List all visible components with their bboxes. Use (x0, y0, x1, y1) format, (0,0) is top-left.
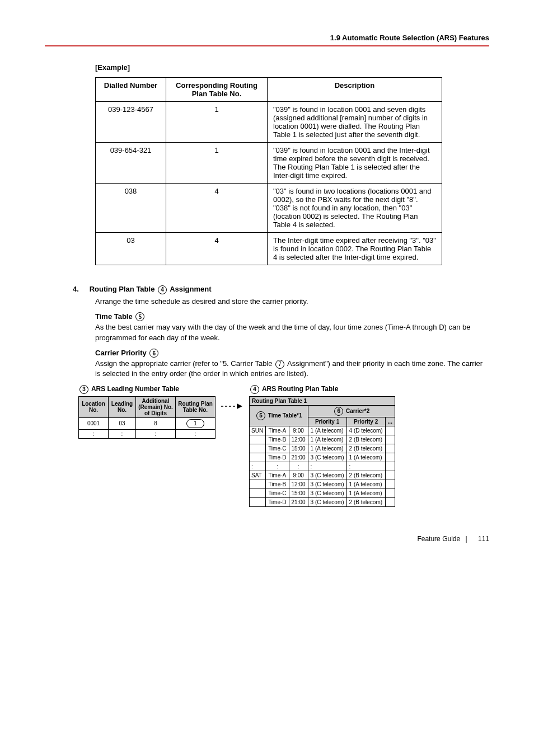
cell: 039-654-321 (96, 143, 166, 184)
cell: : (136, 429, 176, 438)
cell: 4 (166, 233, 268, 265)
cell: 2 (B telecom) (346, 471, 385, 480)
routing-plan-table: Routing Plan Table 1 5 Time Table*1 6 Ca… (249, 396, 395, 507)
example-table: Dialled Number Corresponding Routing Pla… (95, 77, 442, 265)
cell: : (289, 462, 308, 471)
table-row: SAT Time-A 9:00 3 (C telecom) 2 (B telec… (250, 471, 395, 480)
routing-plan-block: 4 ARS Routing Plan Table Routing Plan Ta… (249, 385, 395, 507)
routing-plan-title-text: ARS Routing Plan Table (262, 385, 338, 393)
cell: 15:00 (289, 489, 308, 497)
example-header-1: Dialled Number (96, 78, 166, 102)
cell: Time-D (266, 453, 289, 462)
cell (250, 497, 266, 506)
cell: 03 (96, 233, 166, 265)
leading-table-title-text: ARS Leading Number Table (91, 385, 179, 393)
table-row: Time-D 21:00 3 (C telecom) 2 (B telecom) (250, 497, 395, 506)
cell: Time-D (266, 497, 289, 506)
step-number: 4. (73, 285, 87, 293)
circled-6-icon: 6 (149, 349, 158, 358)
carrier-label: Carrier*2 (346, 407, 369, 414)
cell: 4 (166, 184, 268, 233)
example-header-2: Corresponding Routing Plan Table No. (166, 78, 268, 102)
time-table-header: 5 Time Table*1 (250, 405, 308, 426)
cell: 03 (109, 417, 136, 429)
routing-plan-title: 4 ARS Routing Plan Table (249, 385, 395, 394)
circled-4-icon: 4 (158, 285, 167, 294)
arrow-icon (221, 401, 243, 412)
cell: "039" is found in location 0001 and the … (268, 143, 442, 184)
cell: : (79, 429, 109, 438)
leading-table-block: 3 ARS Leading Number Table Location No. … (78, 385, 216, 507)
table-row: SUN Time-A 9:00 1 (A telecom) 4 (D telec… (250, 426, 395, 435)
circled-5-icon: 5 (135, 312, 144, 321)
circled-5-icon: 5 (256, 411, 265, 420)
circled-7-icon: 7 (275, 360, 284, 369)
step-title-a: Routing Plan Table (90, 285, 155, 293)
cell: Time-B (266, 435, 289, 444)
arrow-link (221, 385, 243, 507)
cell: Time-B (266, 480, 289, 489)
cell: 3 (C telecom) (308, 471, 346, 480)
cell (250, 489, 266, 497)
table-row: 039-654-321 1 "039" is found in location… (96, 143, 442, 184)
paragraph: Arrange the time schedule as desired and… (95, 297, 489, 307)
cell: "03" is found in two locations (location… (268, 184, 442, 233)
cell (250, 480, 266, 489)
cell (250, 453, 266, 462)
priority2-header: Priority 2 (346, 417, 385, 426)
cell: The Inter-digit time expired after recei… (268, 233, 442, 265)
table-row: 039-123-4567 1 "039" is found in locatio… (96, 102, 442, 143)
table-row: 038 4 "03" is found in two locations (lo… (96, 184, 442, 233)
cell (385, 489, 395, 497)
header-divider (45, 45, 489, 46)
cell: 12:00 (289, 435, 308, 444)
diagram-row: 3 ARS Leading Number Table Location No. … (78, 385, 489, 507)
cell: 21:00 (289, 497, 308, 506)
cell: : (176, 429, 216, 438)
cell (385, 471, 395, 480)
table-row: : : : : (79, 429, 216, 438)
table-row: Time-C 15:00 1 (A telecom) 2 (B telecom) (250, 444, 395, 453)
cell (250, 435, 266, 444)
subheading-text: Time Table (95, 312, 133, 321)
cell: 21:00 (289, 453, 308, 462)
circled-4-icon: 4 (250, 385, 259, 394)
cell: : (109, 429, 136, 438)
carrier-header: 6 Carrier*2 (308, 405, 395, 417)
cell: 1 (A telecom) (308, 426, 346, 435)
cell (385, 453, 395, 462)
cell: 039-123-4567 (96, 102, 166, 143)
cell (385, 426, 395, 435)
priority1-header: Priority 1 (308, 417, 346, 426)
table-row: : : : : : (250, 462, 395, 471)
lnt-header: Leading No. (109, 396, 136, 417)
routing-plan-subtitle: Routing Plan Table 1 (250, 396, 395, 405)
cell: 1 (A telecom) (346, 489, 385, 497)
paragraph-text: Assign the appropriate carrier (refer to… (95, 359, 273, 368)
cell: 4 (D telecom) (346, 426, 385, 435)
cell: : (346, 462, 385, 471)
step-heading: 4. Routing Plan Table 4 Assignment (95, 285, 489, 294)
footer-label: Feature Guide (417, 535, 460, 543)
cell: : (250, 462, 266, 471)
paragraph: As the best carrier may vary with the da… (95, 322, 489, 342)
circled-6-icon: 6 (334, 407, 343, 416)
cell: 9:00 (289, 471, 308, 480)
cell: SUN (250, 426, 266, 435)
cell: 1 (A telecom) (308, 435, 346, 444)
cell (385, 480, 395, 489)
step-title-b: Assignment (170, 285, 211, 293)
cell: Time-C (266, 489, 289, 497)
cell: "039" is found in location 0001 and seve… (268, 102, 442, 143)
cell: 1 (166, 102, 268, 143)
cell: 1 (176, 417, 216, 429)
leading-number-table: Location No. Leading No. Additional (Rem… (78, 396, 216, 439)
cell: 3 (C telecom) (308, 480, 346, 489)
example-header-3: Description (268, 78, 442, 102)
cell: SAT (250, 471, 266, 480)
cell: 12:00 (289, 480, 308, 489)
cell: 2 (B telecom) (346, 444, 385, 453)
cell: 1 (A telecom) (308, 444, 346, 453)
cell: Time-A (266, 471, 289, 480)
more-header: ... (385, 417, 395, 426)
